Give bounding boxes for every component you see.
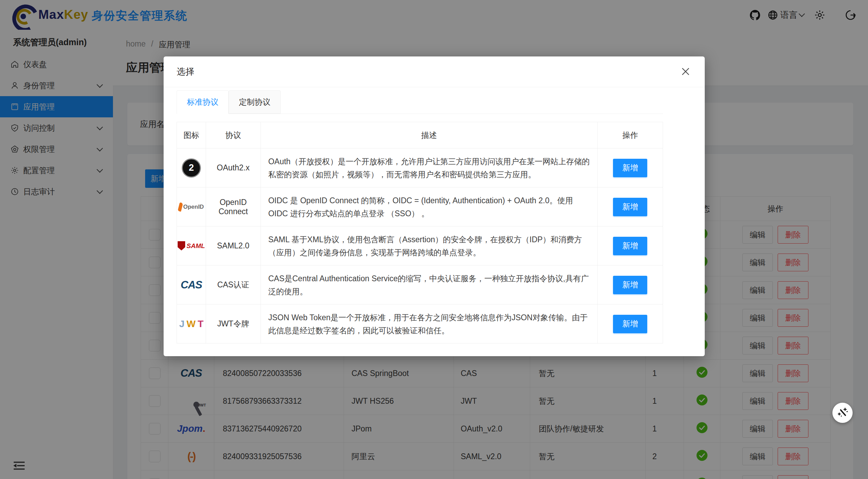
protocol-desc-cell: OAuth（开放授权）是一个开放标准，允许用户让第三方应用访问该用户在某一网站上…: [261, 148, 598, 187]
protocol-select-modal: 选择 标准协议 定制协议 图标协议描述操作 2 OAuth2.x OAuth（开…: [164, 56, 705, 356]
add-protocol-button[interactable]: 新增: [613, 276, 647, 294]
cas-logo: CAS: [181, 279, 202, 291]
protocol-table-header: 描述: [261, 122, 598, 148]
magic-wand-fab-button[interactable]: [832, 403, 853, 423]
protocol-logo-icon: CAS: [181, 279, 202, 291]
protocol-desc-cell: OIDC 是 OpenID Connect 的简称，OIDC = (Identi…: [261, 187, 598, 226]
protocol-table-header: 操作: [598, 122, 663, 148]
protocol-logo-icon: 2: [182, 158, 201, 178]
saml-logo: SAML: [178, 241, 205, 250]
protocol-desc-cell: CAS是Central Authentication Service的缩写，中央…: [261, 266, 598, 304]
protocol-table-header: 协议: [206, 122, 261, 148]
protocol-row: JWT JWT令牌 JSON Web Token是一个开放标准，用于在各方之间安…: [177, 305, 663, 343]
protocol-name-cell: JWT令牌: [206, 305, 261, 343]
protocol-logo-icon: JWT: [179, 319, 203, 329]
protocol-desc-cell: SAML 基于XML协议，使用包含断言（Assertion）的安全令牌，在授权方…: [261, 226, 598, 265]
protocol-name-cell: OpenID Connect: [206, 187, 261, 226]
tab-standard-protocol[interactable]: 标准协议: [177, 90, 229, 114]
protocol-desc-cell: JSON Web Token是一个开放标准，用于在各方之间安全地将信息作为JSO…: [261, 305, 598, 343]
protocol-name-cell: CAS认证: [206, 266, 261, 304]
protocol-logo-icon: OpenID: [179, 203, 204, 211]
add-protocol-button[interactable]: 新增: [613, 159, 647, 177]
protocol-name-cell: SAML2.0: [206, 226, 261, 265]
protocol-table-header-row: 图标协议描述操作: [177, 122, 663, 148]
add-protocol-button[interactable]: 新增: [613, 237, 647, 255]
oauth2-logo: 2: [182, 158, 201, 178]
protocol-row: OpenID OpenID Connect OIDC 是 OpenID Conn…: [177, 187, 663, 226]
magic-wand-icon: [837, 406, 849, 420]
add-protocol-button[interactable]: 新增: [613, 198, 647, 216]
protocol-logo-icon: SAML: [178, 241, 205, 250]
jwt-logo: JWT: [179, 319, 203, 329]
close-icon[interactable]: [680, 66, 691, 77]
protocol-name-cell: OAuth2.x: [206, 148, 261, 187]
protocol-table-header: 图标: [177, 122, 206, 148]
openid-logo: OpenID: [179, 203, 204, 211]
tab-custom-protocol[interactable]: 定制协议: [229, 90, 281, 114]
protocol-row: CAS CAS认证 CAS是Central Authentication Ser…: [177, 266, 663, 305]
protocol-tabs: 标准协议 定制协议: [177, 90, 663, 114]
maxkey-admin-app: MaxKey 身份安全管理系统 语言 系: [0, 0, 868, 479]
protocol-table: 图标协议描述操作 2 OAuth2.x OAuth（开放授权）是一个开放标准，允…: [177, 122, 663, 344]
modal-title: 选择: [177, 66, 194, 78]
add-protocol-button[interactable]: 新增: [613, 315, 647, 333]
protocol-row: SAML SAML2.0 SAML 基于XML协议，使用包含断言（Asserti…: [177, 226, 663, 266]
modal-header: 选择: [164, 56, 705, 87]
protocol-row: 2 OAuth2.x OAuth（开放授权）是一个开放标准，允许用户让第三方应用…: [177, 148, 663, 187]
